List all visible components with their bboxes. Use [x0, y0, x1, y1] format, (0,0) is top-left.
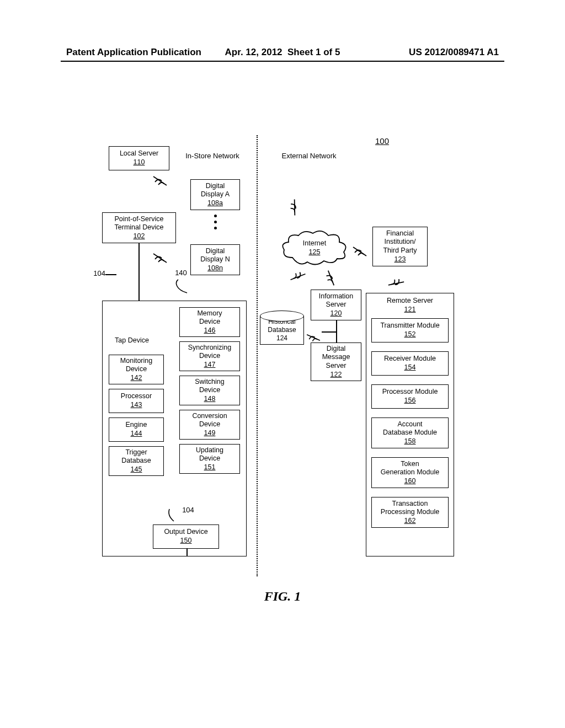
pos-l2: Terminal Device — [115, 223, 164, 232]
internet-ref: 125 — [309, 248, 321, 257]
hist-l2: Database — [268, 326, 296, 334]
eng-ref: 144 — [131, 430, 142, 438]
msg-l3: Server — [326, 362, 347, 371]
local-server-box: Local Server 110 — [109, 146, 169, 170]
ref-104-arc-label: 104 — [179, 506, 197, 514]
fin-l3: Third Party — [383, 247, 417, 255]
internet-label: Internet 125 — [279, 229, 350, 267]
mon-ref: 142 — [131, 374, 142, 383]
tok-l2: Generation Module — [381, 468, 439, 477]
receiver-module-box: Receiver Module 154 — [371, 351, 449, 376]
local-server-ref: 110 — [134, 158, 145, 167]
wifi-icon — [351, 243, 368, 260]
fin-l2: Institution/ — [385, 238, 416, 247]
information-server-box: Information Server 120 — [311, 290, 361, 320]
msg-l2: Message — [322, 353, 350, 362]
tx-ref: 152 — [404, 330, 416, 339]
updating-l1: Updating — [196, 446, 223, 455]
wifi-icon — [283, 196, 306, 219]
pos-terminal-box: Point-of-Service Terminal Device 102 — [102, 212, 176, 243]
mon-l1: Monitoring — [120, 357, 152, 366]
remote-l1: Remote Server — [387, 297, 433, 306]
trigger-db-box: Trigger Database 145 — [109, 446, 164, 476]
sync-l2: Device — [199, 352, 220, 361]
wifi-icon — [152, 173, 168, 189]
msg-l1: Digital — [327, 345, 346, 354]
connector-line — [186, 549, 188, 556]
memory-device-box: Memory Device 146 — [179, 307, 240, 337]
acct-l2: Database Module — [383, 429, 437, 437]
eng-l1: Engine — [126, 421, 147, 430]
out-l1: Output Device — [164, 528, 207, 537]
display-a-ref: 108a — [207, 199, 223, 208]
acct-l1: Account — [397, 420, 422, 429]
txn-module-box: Transaction Processing Module 162 — [371, 497, 449, 528]
switch-l2: Device — [199, 386, 220, 395]
fin-l1: Financial — [386, 229, 414, 238]
processor-box: Processor 143 — [109, 389, 164, 413]
sync-device-box: Synchronizing Device 147 — [179, 341, 240, 371]
network-divider — [257, 135, 258, 576]
tap-device-label: Tap Device — [113, 336, 151, 345]
info-ref: 120 — [331, 309, 342, 318]
local-server-label: Local Server — [120, 149, 158, 158]
display-n-l1: Digital — [206, 247, 225, 256]
proc-l1: Processor — [121, 392, 152, 401]
display-n-l2: Display N — [200, 255, 230, 264]
leader-104 — [105, 274, 116, 275]
acct-ref: 158 — [404, 437, 416, 446]
wifi-icon — [319, 266, 343, 290]
transmitter-module-box: Transmitter Module 152 — [371, 318, 449, 342]
conv-l2: Device — [199, 420, 220, 429]
updating-ref: 151 — [204, 463, 216, 472]
proc-ref: 143 — [131, 401, 142, 410]
sync-l1: Synchronizing — [188, 344, 232, 352]
header-rule — [61, 61, 504, 62]
ref-140-label: 140 — [173, 269, 189, 277]
remote-ref: 121 — [404, 306, 416, 314]
wifi-icon — [152, 250, 168, 266]
external-network-label: External Network — [273, 152, 345, 160]
sync-ref: 147 — [204, 361, 216, 370]
output-device-box: Output Device 150 — [153, 524, 219, 549]
wifi-icon — [385, 272, 408, 295]
txn-ref: 162 — [404, 517, 416, 526]
header-right: US 2012/0089471 A1 — [409, 47, 499, 58]
switch-ref: 148 — [204, 395, 216, 404]
digital-message-server-box: Digital Message Server 122 — [311, 342, 361, 381]
wifi-icon — [286, 265, 310, 288]
info-l2: Server — [326, 301, 347, 309]
connector-line — [336, 320, 337, 342]
pm-ref: 156 — [404, 397, 416, 405]
out-ref: 150 — [180, 537, 192, 545]
figure-caption: FIG. 1 — [0, 589, 565, 604]
conversion-device-box: Conversion Device 149 — [179, 410, 240, 440]
trig-ref: 145 — [131, 465, 142, 474]
switching-device-box: Switching Device 148 — [179, 376, 240, 405]
info-l1: Information — [319, 292, 354, 301]
processor-module-box: Processor Module 156 — [371, 384, 449, 409]
page: Patent Application Publication Apr. 12, … — [0, 0, 565, 728]
trig-l1: Trigger — [125, 448, 147, 457]
display-a-box: Digital Display A 108a — [190, 179, 240, 210]
engine-box: Engine 144 — [109, 417, 164, 442]
mon-l2: Device — [126, 365, 147, 374]
historical-db-cylinder: Historical Database 124 — [260, 311, 304, 350]
internet-cloud: Internet 125 — [279, 229, 350, 267]
msg-ref: 122 — [331, 371, 342, 379]
txn-l2: Processing Module — [381, 508, 439, 517]
tok-l1: Token — [401, 460, 419, 469]
display-n-ref: 108n — [207, 264, 223, 273]
pm-l1: Processor Module — [382, 388, 438, 397]
brace-icon — [173, 279, 191, 295]
display-a-l2: Display A — [201, 190, 230, 199]
token-module-box: Token Generation Module 160 — [371, 457, 449, 488]
connector-line — [322, 331, 336, 333]
monitoring-device-box: Monitoring Device 142 — [109, 355, 164, 384]
pos-ref: 102 — [134, 232, 145, 241]
vertical-dots-icon — [212, 215, 218, 229]
financial-institution-box: Financial Institution/ Third Party 123 — [372, 227, 428, 266]
updating-device-box: Updating Device 151 — [179, 444, 240, 474]
conv-ref: 149 — [204, 429, 216, 438]
in-store-network-label: In-Store Network — [177, 152, 248, 160]
